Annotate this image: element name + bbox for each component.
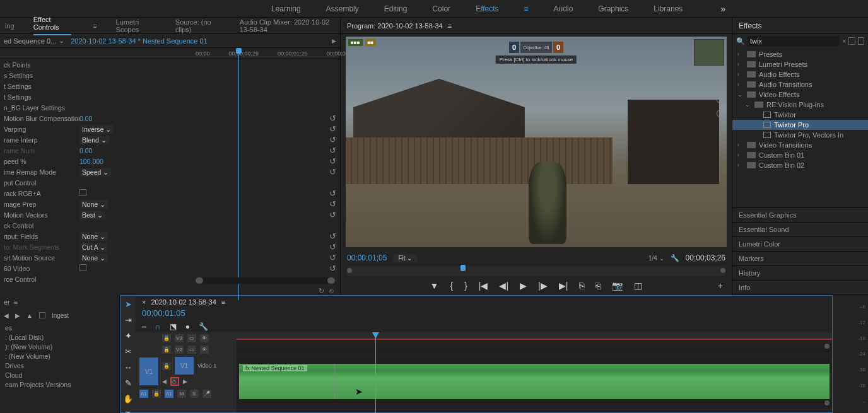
comparison-icon[interactable]: ◫ (634, 281, 642, 291)
reset-icon[interactable]: ↺ (329, 113, 336, 123)
in-point-icon[interactable]: { (450, 281, 453, 291)
reset-icon[interactable]: ↺ (329, 156, 336, 166)
side-tab[interactable]: Essential Graphics (732, 208, 868, 223)
program-scrubber[interactable] (347, 266, 725, 276)
effects-folder[interactable]: ›Custom Bin 01 (732, 150, 868, 160)
effect-property-row[interactable]: rame Num0.00↺ (0, 145, 340, 156)
close-tab-icon[interactable]: × (142, 298, 146, 306)
effects-folder[interactable]: ›Audio Transitions (732, 79, 868, 90)
loop-icon[interactable]: ↻ (319, 287, 324, 295)
add-button-icon[interactable]: + (718, 281, 723, 291)
voice-over-icon[interactable]: 🎤 (202, 390, 211, 398)
marker-icon[interactable]: ▼ (430, 281, 439, 291)
panel-menu-icon[interactable]: ≡ (221, 298, 225, 306)
panel-menu-icon[interactable]: ≡ (14, 298, 18, 306)
effect-property-row[interactable]: ime Remap ModeSpeed ⌄↺ (0, 166, 340, 177)
tab-audio-clip-mixer[interactable]: Audio Clip Mixer: 2020-10-02 13-58-34 (240, 18, 340, 33)
next-keyframe-icon[interactable]: ▶ (183, 378, 187, 385)
sequence-name[interactable]: 2020-10-02 13-58-34 * Nested Sequence 01 (71, 37, 208, 45)
effect-property-row[interactable]: Motion VectorsBest ⌄↺ (0, 209, 340, 220)
property-control[interactable]: None ⌄ (79, 254, 152, 262)
tab-effects[interactable]: Effects (476, 4, 498, 13)
reset-icon[interactable]: ↺ (329, 146, 336, 155)
project-item[interactable]: Cloud (0, 370, 119, 380)
chevron-down-icon[interactable]: ⌄ (59, 37, 64, 45)
effect-property-row[interactable]: nput: FieldsNone ⌄↺ (0, 231, 340, 241)
lift-icon[interactable]: ⎘ (579, 281, 584, 291)
effect-property-row[interactable]: sit Motion SourceNone ⌄↺ (0, 252, 340, 263)
more-tabs-icon[interactable]: » (720, 4, 725, 14)
add-keyframe-button[interactable]: ◇ (170, 377, 179, 386)
track-header-v3[interactable]: 🔒 V3 ▭ 👁 (136, 332, 237, 344)
track-label[interactable]: V3 (175, 334, 184, 342)
reset-icon[interactable]: ↺ (329, 242, 336, 252)
hand-tool-icon[interactable]: ✋ (123, 394, 133, 404)
property-control[interactable]: None ⌄ (79, 201, 152, 208)
effect-property-row[interactable]: s Settings (0, 70, 340, 81)
effect-property-row[interactable]: ck Control (0, 220, 340, 231)
property-control[interactable]: Cut A ⌄ (79, 243, 152, 251)
panel-menu-icon[interactable]: ≡ (448, 22, 452, 30)
settings-icon[interactable]: 🔧 (671, 254, 679, 262)
reset-icon[interactable]: ↺ (329, 189, 336, 198)
filter-icon[interactable] (858, 37, 864, 45)
project-item[interactable]: eam Projects Versions (0, 380, 119, 389)
effect-property-row[interactable]: n_BG Layer Settings (0, 102, 340, 113)
filter-icon[interactable] (848, 37, 855, 45)
project-item[interactable]: ): (New Volume) (0, 342, 119, 351)
reset-icon[interactable]: ↺ (329, 124, 336, 134)
tab-lumetri-scopes[interactable]: Lumetri Scopes (116, 18, 156, 33)
effect-property-row[interactable]: t Settings (0, 91, 340, 102)
mute-icon[interactable]: M (177, 390, 186, 398)
export-frame-icon[interactable]: 📷 (612, 281, 623, 291)
target-track-v1[interactable]: V1 (175, 357, 194, 375)
project-item[interactable]: es (0, 323, 119, 332)
tab-editing[interactable]: Editing (384, 4, 408, 13)
go-to-in-icon[interactable]: |◀ (479, 281, 488, 291)
effect-property-row[interactable]: ck Points (0, 59, 340, 70)
effects-folder[interactable]: ›Audio Effects (732, 69, 868, 79)
property-control[interactable]: 0.00 (79, 115, 152, 122)
scroll-handle[interactable] (824, 400, 830, 405)
tab-audio[interactable]: Audio (554, 4, 573, 13)
tab-graphics[interactable]: Graphics (598, 4, 628, 13)
effect-property-row[interactable]: mage PrepNone ⌄↺ (0, 199, 340, 209)
effects-folder[interactable]: ›Video Transitions (732, 140, 868, 150)
timeline-title[interactable]: 2020-10-02 13-58-34 (151, 298, 216, 306)
effect-property-row[interactable]: to: Mark SegmentsCut A ⌄↺ (0, 241, 340, 252)
track-select-tool-icon[interactable]: ⇥ (123, 315, 133, 325)
reset-icon[interactable]: ↺ (329, 264, 336, 273)
project-item[interactable]: : (New Volume) (0, 351, 119, 361)
project-item[interactable]: Drives (0, 361, 119, 370)
toggle-sync-icon[interactable]: 👁 (200, 334, 209, 342)
hamburger-icon[interactable]: ≡ (524, 4, 529, 13)
out-point-icon[interactable]: } (464, 281, 467, 291)
reset-icon[interactable]: ↺ (329, 210, 336, 219)
scroll-thumb[interactable] (327, 277, 335, 284)
step-back-icon[interactable]: ◀| (499, 281, 508, 291)
reset-icon[interactable]: ↺ (329, 253, 336, 262)
property-control[interactable] (79, 264, 152, 272)
effect-property-row[interactable]: put Control (0, 177, 340, 188)
back-icon[interactable]: ◀ (4, 312, 9, 319)
effect-property-row[interactable]: 60 Video↺ (0, 263, 340, 274)
extract-icon[interactable]: ⎗ (595, 281, 601, 291)
scroll-thumb[interactable] (196, 277, 203, 284)
project-tab[interactable]: er (4, 298, 10, 306)
scroll-handle[interactable] (824, 344, 830, 349)
tab-libraries[interactable]: Libraries (654, 4, 683, 13)
timeline-clip[interactable]: fx Nested Sequence 01 ➤ (239, 364, 830, 399)
up-icon[interactable]: ▲ (26, 312, 33, 319)
property-control[interactable]: Speed ⌄ (79, 168, 152, 176)
effect-controls-ruler[interactable]: 00;00 00;00;00;29 00;00;01;29 00;00;02;2… (0, 48, 340, 59)
slip-tool-icon[interactable]: ↔ (123, 363, 133, 372)
clear-search-icon[interactable]: × (842, 37, 846, 45)
track-header-v1[interactable]: V1 🔒 V1 Video 1 ◀ ◇ ▶ (136, 355, 237, 388)
side-tab[interactable]: History (732, 266, 868, 281)
property-control[interactable]: Best ⌄ (79, 211, 152, 219)
effect-property-row[interactable]: rame InterpBlend ⌄↺ (0, 134, 340, 145)
effects-preset[interactable]: Twixtor Pro (732, 120, 868, 130)
lock-icon[interactable]: 🔒 (162, 346, 171, 354)
effects-preset[interactable]: Twixtor (732, 110, 868, 120)
effects-preset[interactable]: Twixtor Pro, Vectors In (732, 130, 868, 140)
